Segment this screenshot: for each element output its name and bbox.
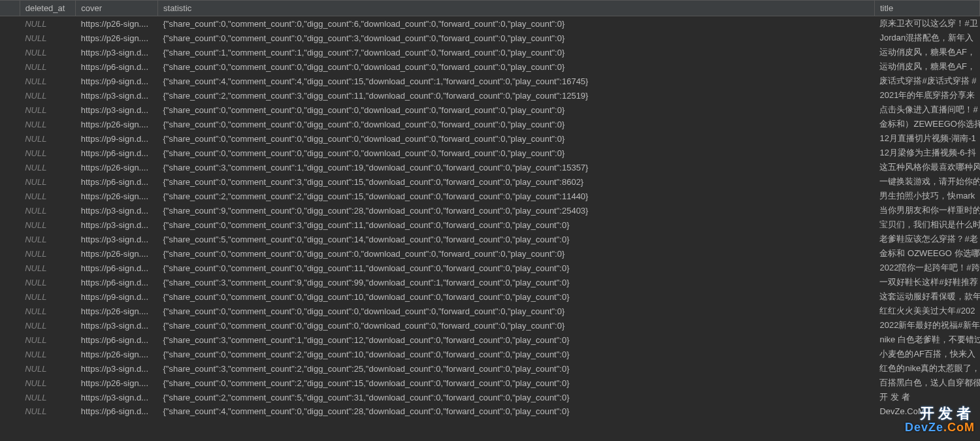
cell-deleted-at[interactable]: NULL	[20, 376, 76, 390]
table-row[interactable]: NULLhttps://p3-sign.d...{"share_count":2…	[0, 390, 980, 404]
cell-cover[interactable]: https://p3-sign.d...	[76, 361, 158, 376]
table-row[interactable]: NULLhttps://p3-sign.d...{"share_count":2…	[0, 88, 980, 103]
cell-title[interactable]: 点击头像进入直播间吧！#	[874, 103, 979, 117]
cell-deleted-at[interactable]: NULL	[20, 289, 76, 304]
cell-cover[interactable]: https://p3-sign.d...	[76, 203, 158, 218]
column-header-cover[interactable]: cover	[76, 1, 158, 16]
cell-deleted-at[interactable]: NULL	[20, 218, 76, 232]
table-row[interactable]: NULLhttps://p26-sign....{"share_count":3…	[0, 160, 980, 174]
cell-title[interactable]: 原来卫衣可以这么穿！#卫	[874, 16, 979, 31]
cell-deleted-at[interactable]: NULL	[20, 232, 76, 246]
cell-deleted-at[interactable]: NULL	[20, 131, 76, 146]
cell-statistic[interactable]: {"share_count":0,"comment_count":3,"digg…	[158, 218, 875, 232]
cell-cover[interactable]: https://p9-sign.d...	[76, 74, 158, 88]
cell-title[interactable]: 开 发 者	[874, 390, 979, 404]
cell-statistic[interactable]: {"share_count":0,"comment_count":0,"digg…	[158, 117, 875, 131]
cell-statistic[interactable]: {"share_count":1,"comment_count":1,"digg…	[158, 45, 875, 59]
cell-statistic[interactable]: {"share_count":0,"comment_count":0,"digg…	[158, 131, 875, 146]
cell-title[interactable]: 当你男朋友和你一样重时的	[874, 203, 979, 218]
cell-title[interactable]: nike 白色老爹鞋，不要错过	[874, 333, 979, 347]
cell-title[interactable]: 男生拍照小技巧，快mark	[874, 189, 979, 203]
cell-cover[interactable]: https://p6-sign.d...	[76, 59, 158, 74]
cell-deleted-at[interactable]: NULL	[20, 146, 76, 160]
cell-title[interactable]: 一双好鞋长这样#好鞋推荐	[874, 275, 979, 289]
cell-title[interactable]: 金标和 OZWEEGO 你选哪	[874, 246, 979, 261]
cell-cover[interactable]: https://p6-sign.d...	[76, 404, 158, 418]
table-row[interactable]: NULLhttps://p6-sign.d...{"share_count":0…	[0, 174, 980, 189]
cell-deleted-at[interactable]: NULL	[20, 361, 76, 376]
cell-statistic[interactable]: {"share_count":0,"comment_count":0,"digg…	[158, 246, 875, 261]
column-header-title[interactable]: title	[874, 1, 979, 16]
table-row[interactable]: NULLhttps://p26-sign....{"share_count":0…	[0, 117, 980, 131]
cell-statistic[interactable]: {"share_count":0,"comment_count":2,"digg…	[158, 347, 875, 361]
cell-statistic[interactable]: {"share_count":0,"comment_count":2,"digg…	[158, 376, 875, 390]
cell-deleted-at[interactable]: NULL	[20, 189, 76, 203]
cell-statistic[interactable]: {"share_count":0,"comment_count":0,"digg…	[158, 59, 875, 74]
cell-statistic[interactable]: {"share_count":0,"comment_count":0,"digg…	[158, 146, 875, 160]
cell-deleted-at[interactable]: NULL	[20, 333, 76, 347]
cell-statistic[interactable]: {"share_count":0,"comment_count":0,"digg…	[158, 261, 875, 275]
cell-title[interactable]: 老爹鞋应该怎么穿搭？#老	[874, 232, 979, 246]
table-row[interactable]: NULLhttps://p3-sign.d...{"share_count":3…	[0, 361, 980, 376]
cell-deleted-at[interactable]: NULL	[20, 88, 76, 103]
table-row[interactable]: NULLhttps://p3-sign.d...{"share_count":9…	[0, 203, 980, 218]
cell-title[interactable]: DevZe.CoM	[874, 404, 979, 418]
table-row[interactable]: NULLhttps://p3-sign.d...{"share_count":0…	[0, 318, 980, 333]
table-row[interactable]: NULLhttps://p9-sign.d...{"share_count":0…	[0, 289, 980, 304]
cell-cover[interactable]: https://p9-sign.d...	[76, 289, 158, 304]
table-row[interactable]: NULLhttps://p26-sign....{"share_count":0…	[0, 304, 980, 318]
table-row[interactable]: NULLhttps://p26-sign....{"share_count":0…	[0, 31, 980, 45]
cell-title[interactable]: 百搭黑白色，送人自穿都很	[874, 376, 979, 390]
cell-cover[interactable]: https://p3-sign.d...	[76, 232, 158, 246]
cell-deleted-at[interactable]: NULL	[20, 318, 76, 333]
cell-deleted-at[interactable]: NULL	[20, 74, 76, 88]
cell-title[interactable]: 小麦色的AF百搭，快来入	[874, 347, 979, 361]
cell-title[interactable]: 2022陪你一起跨年吧！#跨	[874, 261, 979, 275]
cell-title[interactable]: 运动俏皮风，糖果色AF，	[874, 59, 979, 74]
data-table[interactable]: deleted_at cover statistic title NULLhtt…	[0, 0, 980, 418]
table-row[interactable]: NULLhttps://p26-sign....{"share_count":0…	[0, 347, 980, 361]
cell-statistic[interactable]: {"share_count":0,"comment_count":0,"digg…	[158, 31, 875, 45]
cell-title[interactable]: 宝贝们，我们相识是什么时	[874, 218, 979, 232]
table-row[interactable]: NULLhttps://p3-sign.d...{"share_count":0…	[0, 218, 980, 232]
cell-deleted-at[interactable]: NULL	[20, 45, 76, 59]
table-row[interactable]: NULLhttps://p6-sign.d...{"share_count":3…	[0, 275, 980, 289]
cell-deleted-at[interactable]: NULL	[20, 275, 76, 289]
cell-title[interactable]: 一键换装游戏，请开始你的	[874, 174, 979, 189]
cell-title[interactable]: 12月直播切片视频-湖南-1	[874, 131, 979, 146]
column-header-deleted-at[interactable]: deleted_at	[20, 1, 76, 16]
cell-statistic[interactable]: {"share_count":3,"comment_count":9,"digg…	[158, 275, 875, 289]
cell-statistic[interactable]: {"share_count":0,"comment_count":3,"digg…	[158, 174, 875, 189]
table-row[interactable]: NULLhttps://p9-sign.d...{"share_count":4…	[0, 74, 980, 88]
cell-statistic[interactable]: {"share_count":3,"comment_count":2,"digg…	[158, 361, 875, 376]
cell-statistic[interactable]: {"share_count":3,"comment_count":1,"digg…	[158, 160, 875, 174]
cell-cover[interactable]: https://p6-sign.d...	[76, 261, 158, 275]
table-row[interactable]: NULLhttps://p3-sign.d...{"share_count":0…	[0, 103, 980, 117]
cell-deleted-at[interactable]: NULL	[20, 304, 76, 318]
cell-statistic[interactable]: {"share_count":0,"comment_count":0,"digg…	[158, 304, 875, 318]
table-row[interactable]: NULLhttps://p26-sign....{"share_count":0…	[0, 246, 980, 261]
cell-deleted-at[interactable]: NULL	[20, 174, 76, 189]
cell-statistic[interactable]: {"share_count":4,"comment_count":4,"digg…	[158, 74, 875, 88]
cell-title[interactable]: 12月梁修为主播视频-6-抖	[874, 146, 979, 160]
cell-cover[interactable]: https://p3-sign.d...	[76, 45, 158, 59]
cell-statistic[interactable]: {"share_count":2,"comment_count":3,"digg…	[158, 88, 875, 103]
table-row[interactable]: NULLhttps://p3-sign.d...{"share_count":1…	[0, 45, 980, 59]
table-row[interactable]: NULLhttps://p6-sign.d...{"share_count":0…	[0, 261, 980, 275]
cell-deleted-at[interactable]: NULL	[20, 261, 76, 275]
cell-title[interactable]: 运动俏皮风，糖果色AF，	[874, 45, 979, 59]
cell-title[interactable]: 2022新年最好的祝福#新年	[874, 318, 979, 333]
cell-cover[interactable]: https://p26-sign....	[76, 16, 158, 31]
cell-cover[interactable]: https://p26-sign....	[76, 246, 158, 261]
table-row[interactable]: NULLhttps://p6-sign.d...{"share_count":0…	[0, 59, 980, 74]
cell-cover[interactable]: https://p9-sign.d...	[76, 131, 158, 146]
table-row[interactable]: NULLhttps://p26-sign....{"share_count":2…	[0, 189, 980, 203]
cell-cover[interactable]: https://p26-sign....	[76, 347, 158, 361]
cell-title[interactable]: 废话式穿搭#废话式穿搭 #	[874, 74, 979, 88]
table-row[interactable]: NULLhttps://p9-sign.d...{"share_count":0…	[0, 131, 980, 146]
column-header-statistic[interactable]: statistic	[158, 1, 875, 16]
cell-cover[interactable]: https://p3-sign.d...	[76, 103, 158, 117]
cell-cover[interactable]: https://p3-sign.d...	[76, 88, 158, 103]
cell-deleted-at[interactable]: NULL	[20, 16, 76, 31]
table-row[interactable]: NULLhttps://p3-sign.d...{"share_count":5…	[0, 232, 980, 246]
